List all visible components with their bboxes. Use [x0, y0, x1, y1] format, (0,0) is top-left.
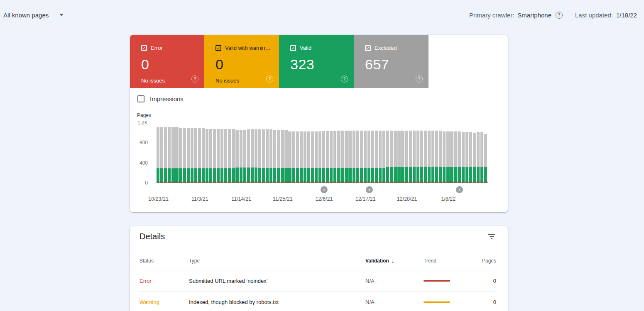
stacked-bar [194, 128, 197, 183]
chart-event-marker[interactable]: 1 [321, 186, 328, 193]
stacked-bar [171, 127, 174, 183]
details-row-error[interactable]: ErrorSubmitted URL marked ‘noindex’N/A0 [140, 270, 496, 292]
excluded-segment [247, 129, 250, 168]
stacked-bar [397, 131, 400, 183]
excluded-segment [213, 129, 216, 168]
valid-segment [160, 168, 163, 183]
valid-segment [371, 168, 374, 183]
help-icon[interactable]: ? [416, 75, 423, 83]
excluded-segment [262, 129, 265, 168]
details-row-warning[interactable]: WarningIndexed, though blocked by robots… [140, 292, 496, 311]
impressions-toggle[interactable]: Impressions [137, 95, 184, 102]
stacked-bar [209, 129, 212, 183]
valid-segment [397, 167, 400, 183]
excluded-segment [409, 131, 412, 167]
valid-segment [341, 168, 344, 183]
stacked-bar [266, 129, 269, 183]
chart-event-marker[interactable]: 1 [456, 186, 463, 193]
status-block-warning[interactable]: ✓Valid with warnin…0No issues? [204, 35, 279, 88]
stacked-bar [435, 131, 438, 183]
x-axis-tick: 10/23/21 [142, 196, 175, 202]
valid-checkbox[interactable]: ✓ [290, 45, 296, 51]
sort-arrow-down-icon[interactable]: ↓ [392, 258, 394, 264]
excluded-segment [160, 127, 163, 168]
excluded-segment [304, 131, 306, 168]
excluded-segment [318, 131, 321, 168]
stacked-bar [379, 131, 382, 183]
help-icon[interactable]: ? [266, 75, 273, 83]
page-scope-dropdown[interactable]: All known pages [3, 9, 64, 21]
excluded-checkbox[interactable]: ✓ [365, 45, 371, 51]
valid-segment [179, 168, 182, 183]
excluded-segment [353, 131, 355, 168]
x-axis-tick: 11/14/21 [225, 196, 258, 202]
help-icon[interactable]: ? [556, 12, 563, 19]
stacked-bar [262, 129, 265, 183]
valid-segment [469, 167, 472, 183]
filter-icon[interactable] [487, 233, 496, 240]
x-axis-tick: 12/28/21 [390, 196, 424, 202]
stacked-bar [413, 131, 416, 183]
excluded-segment [405, 131, 408, 167]
col-header-status[interactable]: Status [140, 258, 189, 264]
excluded-segment [416, 131, 419, 167]
excluded-segment [428, 131, 431, 167]
help-icon[interactable]: ? [191, 75, 198, 83]
col-header-pages[interactable]: Pages [482, 258, 496, 264]
warning-checkbox[interactable]: ✓ [215, 45, 221, 51]
stacked-bar [191, 128, 193, 183]
stacked-bar [353, 131, 355, 183]
stacked-bar [473, 133, 476, 183]
excluded-segment [330, 131, 333, 168]
valid-segment [262, 168, 265, 183]
valid-segment [194, 168, 197, 183]
excluded-segment [413, 131, 416, 167]
status-block-label: Valid [300, 45, 311, 51]
stacked-bar [277, 130, 280, 183]
stacked-bar [360, 131, 363, 183]
stacked-bar [160, 127, 163, 183]
valid-segment [420, 167, 423, 183]
col-header-validation[interactable]: Validation ↓ [365, 258, 424, 264]
stacked-bar [228, 129, 231, 183]
valid-segment [367, 168, 370, 183]
help-icon[interactable]: ? [341, 75, 348, 83]
impressions-checkbox[interactable] [137, 95, 144, 102]
valid-segment [311, 168, 314, 183]
x-axis-tick: 11/3/21 [183, 196, 216, 202]
valid-segment [187, 168, 190, 183]
col-header-trend[interactable]: Trend [424, 258, 482, 264]
excluded-segment [284, 130, 287, 168]
stacked-bar [258, 129, 261, 183]
excluded-segment [420, 131, 423, 167]
stacked-bar [220, 129, 223, 183]
chart-event-marker[interactable]: 1 [366, 186, 373, 193]
col-header-type[interactable]: Type [189, 258, 365, 264]
stacked-bar [213, 129, 216, 183]
status-block-excluded[interactable]: ✓Excluded657? [354, 35, 429, 88]
status-block-error[interactable]: ✓Error0No issues? [130, 35, 204, 88]
valid-segment [326, 168, 329, 183]
excluded-segment [345, 131, 348, 168]
valid-segment [446, 167, 449, 183]
valid-segment [281, 168, 284, 183]
primary-crawler-value: Smartphone [517, 12, 551, 19]
stacked-bar [465, 132, 468, 183]
error-checkbox[interactable]: ✓ [141, 45, 147, 51]
excluded-segment [333, 131, 336, 168]
valid-segment [379, 168, 382, 183]
status-block-valid[interactable]: ✓Valid323? [279, 35, 354, 88]
stacked-bar [247, 129, 250, 183]
valid-segment [243, 168, 246, 183]
stacked-bar [273, 130, 276, 183]
stacked-bar [480, 132, 483, 183]
excluded-segment [187, 128, 190, 168]
stacked-bar [224, 129, 227, 183]
status-blocks-row: ✓Error0No issues?✓Valid with warnin…0No … [130, 35, 429, 88]
stacked-bar [304, 131, 306, 183]
excluded-segment [477, 132, 480, 167]
valid-segment [413, 167, 416, 183]
stacked-bar [345, 131, 348, 183]
excluded-segment [175, 127, 178, 168]
excluded-segment [443, 131, 446, 167]
